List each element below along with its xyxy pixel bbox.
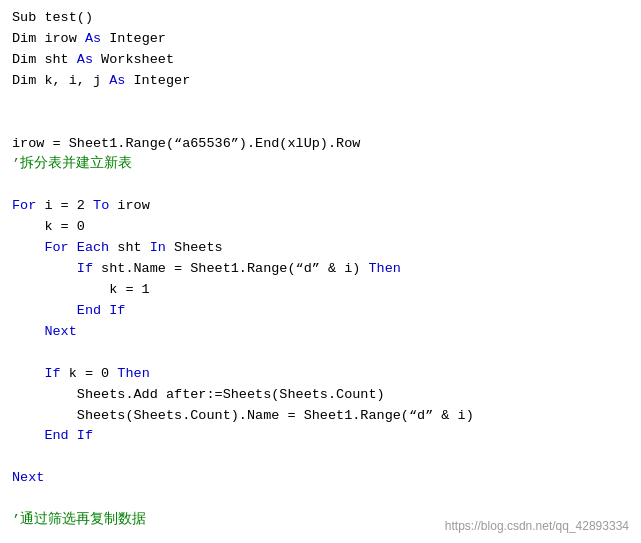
- code-line: End If: [12, 301, 629, 322]
- code-line: Dim sht As Worksheet: [12, 50, 629, 71]
- code-line: Next: [12, 468, 629, 489]
- code-line: Sheets(Sheets.Count).Name = Sheet1.Range…: [12, 406, 629, 427]
- code-line: [12, 343, 629, 364]
- code-line: For Each sht In Sheets: [12, 238, 629, 259]
- code-line: [12, 175, 629, 196]
- code-line: End If: [12, 426, 629, 447]
- watermark: https://blog.csdn.net/qq_42893334: [445, 519, 629, 533]
- code-line: Dim irow As Integer: [12, 29, 629, 50]
- code-line: Sheets.Add after:=Sheets(Sheets.Count): [12, 385, 629, 406]
- code-line: [12, 447, 629, 468]
- code-line: [12, 113, 629, 134]
- code-line: [12, 489, 629, 510]
- code-line: irow = Sheet1.Range(“a65536”).End(xlUp).…: [12, 134, 629, 155]
- code-editor: Sub test()Dim irow As IntegerDim sht As …: [0, 0, 641, 543]
- code-line: If sht.Name = Sheet1.Range(“d” & i) Then: [12, 259, 629, 280]
- code-line: k = 1: [12, 280, 629, 301]
- code-line: ’拆分表并建立新表: [12, 154, 629, 175]
- code-line: For i = 2 To irow: [12, 196, 629, 217]
- code-line: Dim k, i, j As Integer: [12, 71, 629, 92]
- code-line: If k = 0 Then: [12, 364, 629, 385]
- code-line: k = 0: [12, 217, 629, 238]
- code-line: Sub test(): [12, 8, 629, 29]
- code-content: Sub test()Dim irow As IntegerDim sht As …: [12, 8, 629, 543]
- code-line: [12, 92, 629, 113]
- code-line: Next: [12, 322, 629, 343]
